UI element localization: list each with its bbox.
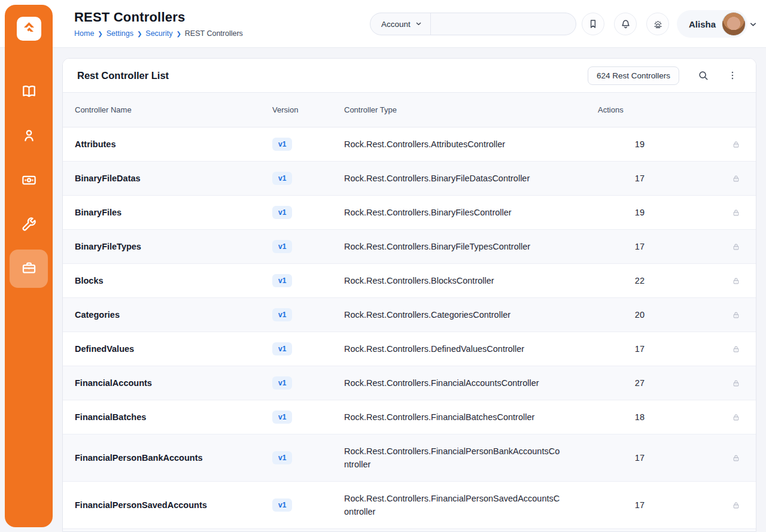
version-cell: v1 <box>272 138 344 151</box>
rock-logo[interactable] <box>17 17 41 41</box>
table-row[interactable]: FinancialPersonBankAccounts v1 Rock.Rest… <box>63 434 756 482</box>
version-cell: v1 <box>272 172 344 185</box>
breadcrumb-item: REST Controllers <box>185 29 243 38</box>
chevron-down-icon <box>415 20 422 29</box>
page-title: REST Controllers <box>74 10 185 25</box>
controller-type-cell: Rock.Rest.Controllers.FinancialAccountsC… <box>344 366 579 400</box>
search-icon[interactable] <box>697 69 709 81</box>
table-row[interactable]: Blocks v1 Rock.Rest.Controllers.BlocksCo… <box>63 264 756 298</box>
column-header-version[interactable]: Version <box>272 105 344 114</box>
table-row[interactable]: Categories v1 Rock.Rest.Controllers.Cate… <box>63 298 756 332</box>
lock-cell[interactable] <box>649 378 756 388</box>
controller-name-cell: FinancialPersonBankAccounts <box>75 453 272 463</box>
rest-controller-list-panel: Rest Controller List 624 Rest Controller… <box>62 58 756 532</box>
table-row[interactable]: DefinedValues v1 Rock.Rest.Controllers.D… <box>63 332 756 366</box>
global-search: Account <box>370 13 576 35</box>
lock-cell[interactable] <box>649 276 756 286</box>
bookmarks-button[interactable] <box>582 13 604 35</box>
table-row[interactable]: BinaryFileTypes v1 Rock.Rest.Controllers… <box>63 230 756 264</box>
table-row[interactable]: Attributes v1 Rock.Rest.Controllers.Attr… <box>63 127 756 162</box>
lock-cell[interactable] <box>649 310 756 320</box>
column-header-controller-type[interactable]: Controller Type <box>344 105 579 114</box>
controller-type-cell: Rock.Rest.Controllers.AttributesControll… <box>344 127 579 161</box>
table-header-row: Controller Name Version Controller Type … <box>63 92 756 127</box>
table-row[interactable]: BinaryFileDatas v1 Rock.Rest.Controllers… <box>63 162 756 196</box>
search-scope-dropdown[interactable]: Account <box>370 13 431 35</box>
version-badge: v1 <box>272 342 292 355</box>
lock-cell[interactable] <box>649 344 756 354</box>
bell-icon <box>620 19 631 30</box>
breadcrumb-item[interactable]: Settings <box>107 29 133 38</box>
search-input[interactable] <box>431 13 576 35</box>
breadcrumb-separator: ❯ <box>176 30 181 37</box>
user-menu[interactable]: Alisha <box>677 10 747 38</box>
table-row[interactable]: FinancialBatches v1 Rock.Rest.Controller… <box>63 400 756 434</box>
version-cell: v1 <box>272 411 344 424</box>
lock-icon <box>732 378 740 388</box>
lock-cell[interactable] <box>649 174 756 184</box>
controller-type-cell: Rock.Rest.Controllers.BinaryFilesControl… <box>344 196 579 229</box>
table-row[interactable]: FinancialPersonSavedAccounts v1 Rock.Res… <box>63 482 756 529</box>
briefcase-icon <box>21 260 37 278</box>
actions-count-cell: 17 <box>579 242 649 251</box>
version-badge: v1 <box>272 240 292 253</box>
controller-name-cell: Categories <box>75 310 272 320</box>
lock-cell[interactable] <box>649 453 756 463</box>
actions-count-cell: 19 <box>579 208 649 217</box>
version-badge: v1 <box>272 376 292 390</box>
table-row[interactable]: BinaryFiles v1 Rock.Rest.Controllers.Bin… <box>63 196 756 230</box>
controller-type-cell: Rock.Rest.Controllers.FinancialPersonSav… <box>344 482 579 528</box>
controller-type-cell: Rock.Rest.Controllers.FinancialPersonBan… <box>344 434 579 481</box>
lock-icon <box>732 242 740 251</box>
version-badge: v1 <box>272 172 292 185</box>
version-badge: v1 <box>272 308 292 321</box>
controller-name-cell: FinancialAccounts <box>75 378 272 388</box>
chevron-down-icon[interactable] <box>749 20 757 31</box>
sidebar-item-finance[interactable] <box>10 162 48 200</box>
lock-cell[interactable] <box>649 139 756 150</box>
controller-name-cell: BinaryFileTypes <box>75 242 272 251</box>
breadcrumb: Home❯Settings❯Security❯REST Controllers <box>74 29 243 38</box>
breadcrumb-item[interactable]: Home <box>74 29 94 38</box>
money-bill-icon <box>21 172 37 190</box>
table-body: Attributes v1 Rock.Rest.Controllers.Attr… <box>63 127 756 529</box>
breadcrumb-item[interactable]: Security <box>145 29 172 38</box>
sidebar-item-library[interactable] <box>10 73 48 111</box>
lock-icon <box>732 139 740 149</box>
sidebar <box>5 5 53 527</box>
next-row-partial <box>63 529 756 532</box>
column-header-actions[interactable]: Actions <box>579 105 649 114</box>
sidebar-item-people[interactable] <box>10 117 48 156</box>
sidebar-item-tools[interactable] <box>10 206 48 244</box>
lock-cell[interactable] <box>649 412 756 422</box>
theme-toggle-button[interactable] <box>646 13 669 35</box>
version-badge: v1 <box>272 451 292 464</box>
bookmark-icon <box>588 19 598 29</box>
notifications-button[interactable] <box>614 13 637 35</box>
count-badge[interactable]: 624 Rest Controllers <box>588 66 679 85</box>
sunrise-icon <box>652 19 664 30</box>
kebab-menu-icon[interactable] <box>727 69 738 81</box>
avatar <box>722 12 746 36</box>
actions-count-cell: 27 <box>579 378 649 388</box>
version-cell: v1 <box>272 342 344 355</box>
lock-icon <box>732 412 740 422</box>
user-name: Alisha <box>689 19 716 29</box>
controller-name-cell: FinancialPersonSavedAccounts <box>75 500 272 510</box>
controller-type-cell: Rock.Rest.Controllers.BlocksController <box>344 264 579 297</box>
book-open-icon <box>21 83 37 102</box>
lock-cell[interactable] <box>649 208 756 218</box>
lock-cell[interactable] <box>649 500 756 510</box>
lock-cell[interactable] <box>649 242 756 252</box>
table-row[interactable]: FinancialAccounts v1 Rock.Rest.Controlle… <box>63 366 756 400</box>
version-badge: v1 <box>272 138 292 151</box>
controller-name-cell: Blocks <box>75 276 272 285</box>
controller-name-cell: DefinedValues <box>75 344 272 354</box>
search-scope-label: Account <box>381 20 411 29</box>
sidebar-item-admin[interactable] <box>10 250 48 288</box>
actions-count-cell: 22 <box>579 276 649 285</box>
version-badge: v1 <box>272 206 292 219</box>
breadcrumb-separator: ❯ <box>98 30 102 37</box>
controller-name-cell: BinaryFiles <box>75 208 272 217</box>
column-header-controller-name[interactable]: Controller Name <box>75 105 272 114</box>
